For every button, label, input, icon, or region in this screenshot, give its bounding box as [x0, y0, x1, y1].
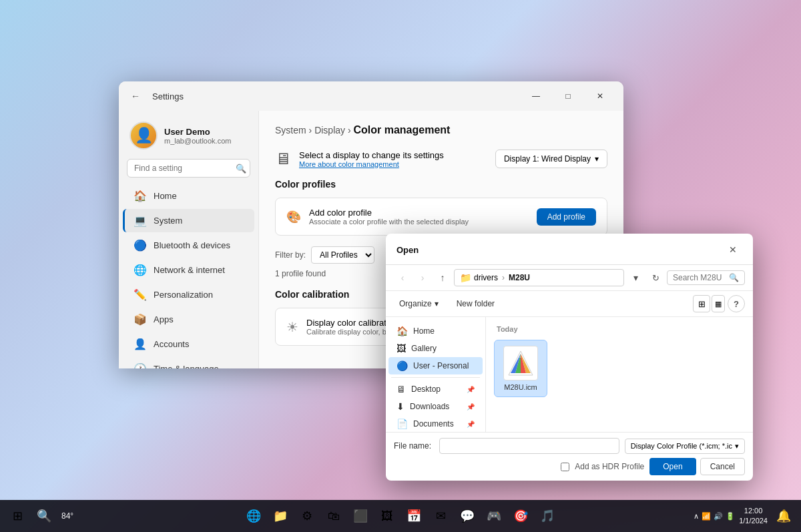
dialog-action-bar: Organize ▾ New folder ⊞ ▦ ?: [386, 291, 753, 317]
more-color-link[interactable]: More about color management: [299, 160, 444, 168]
search-dialog-icon: 🔍: [729, 273, 739, 282]
view-large-icon-button[interactable]: ⊞: [693, 295, 710, 312]
sidebar-item-label: Home: [154, 191, 177, 201]
search-box[interactable]: 🔍: [127, 159, 250, 178]
sidebar-item-personalization[interactable]: ✏️ Personalization: [123, 283, 254, 306]
dialog-action-buttons: Open Cancel: [649, 458, 745, 475]
taskbar-widgets-icon[interactable]: 🎯: [509, 504, 533, 528]
taskbar-terminal-icon[interactable]: ⬛: [348, 504, 372, 528]
minimize-button[interactable]: —: [521, 85, 551, 107]
file-dialog: Open ✕ ‹ › ↑ 📁 drivers › M28U ▾ ↻ 🔍 Orga…: [386, 234, 753, 481]
home-dialog-icon: 🏠: [396, 326, 408, 336]
hdr-row: Add as HDR Profile Open Cancel: [394, 458, 745, 475]
dialog-close-button[interactable]: ✕: [724, 240, 742, 259]
chevron-up-icon: ∧: [694, 512, 699, 521]
dialog-nav-desktop[interactable]: 🖥 Desktop 📌: [388, 380, 483, 398]
maximize-button[interactable]: □: [553, 85, 583, 107]
taskbar-store-icon[interactable]: 🛍: [322, 504, 346, 528]
sidebar-item-bluetooth[interactable]: 🔵 Bluetooth & devices: [123, 234, 254, 257]
user-personal-icon: 🔵: [396, 360, 408, 371]
search-dialog[interactable]: 🔍: [667, 270, 745, 285]
dialog-nav-documents[interactable]: 📄 Documents 📌: [388, 415, 483, 432]
dialog-nav-home[interactable]: 🏠 Home: [388, 322, 483, 340]
back-button[interactable]: ←: [127, 87, 144, 105]
sidebar-item-label: Network & internet: [154, 265, 225, 275]
dialog-sidebar: 🏠 Home 🖼 Gallery 🔵 User - Personal 🖥 Des…: [386, 317, 486, 432]
search-taskbar-button[interactable]: 🔍: [32, 504, 56, 528]
avatar: 👤: [129, 121, 158, 150]
user-email: m_lab@outlook.com: [164, 137, 231, 145]
path-root: drivers: [474, 273, 498, 282]
file-name: M28U.icm: [504, 383, 537, 391]
taskbar-xbox-icon[interactable]: 🎮: [482, 504, 506, 528]
apps-icon: 📦: [134, 313, 147, 326]
system-tray[interactable]: ∧ 📶 🔊 🔋: [694, 512, 735, 521]
folder-icon: 📁: [460, 272, 471, 283]
pin-icon: 📌: [467, 386, 475, 393]
close-button[interactable]: ✕: [585, 85, 615, 107]
taskbar-photos-icon[interactable]: 🖼: [375, 504, 399, 528]
taskbar-edge-icon[interactable]: 🌐: [242, 504, 266, 528]
path-dropdown-button[interactable]: ▾: [627, 269, 644, 286]
view-details-button[interactable]: ▦: [712, 295, 725, 312]
sidebar-item-accounts[interactable]: 👤 Accounts: [123, 332, 254, 356]
taskbar-teams-icon[interactable]: 💬: [455, 504, 479, 528]
pin-icon-downloads: 📌: [467, 403, 475, 411]
taskbar-settings-icon[interactable]: ⚙: [295, 504, 319, 528]
up-nav-button[interactable]: ↑: [434, 269, 451, 286]
hdr-label[interactable]: Add as HDR Profile: [575, 462, 644, 471]
dialog-nav-downloads[interactable]: ⬇ Downloads 📌: [388, 398, 483, 415]
hdr-checkbox[interactable]: [561, 463, 569, 471]
dialog-nav-user-personal[interactable]: 🔵 User - Personal: [388, 357, 483, 374]
user-name: User Demo: [164, 127, 231, 137]
cancel-button[interactable]: Cancel: [700, 458, 745, 475]
sidebar-item-home[interactable]: 🏠 Home: [123, 184, 254, 208]
taskbar: ⊞ 🔍 84° 🌐 📁 ⚙ 🛍 ⬛ 🖼 📅 ✉ 💬 🎮 🎯 🎵 ∧ 📶 🔊 🔋 …: [0, 500, 801, 532]
file-grid: M28U.icm: [491, 337, 748, 400]
taskbar-calendar-icon[interactable]: 📅: [402, 504, 426, 528]
filetype-dropdown[interactable]: Display Color Profile (*.icm; *.ic ▾: [625, 439, 745, 454]
display-dropdown[interactable]: Display 1: Wired Display ▾: [495, 150, 607, 168]
filename-input[interactable]: [439, 438, 619, 454]
sidebar-item-time[interactable]: 🕐 Time & language: [123, 357, 254, 368]
breadcrumb-display: Display: [314, 125, 345, 136]
taskbar-spotify-icon[interactable]: 🎵: [535, 504, 559, 528]
start-button[interactable]: ⊞: [5, 504, 29, 528]
taskbar-explorer-icon[interactable]: 📁: [268, 504, 292, 528]
refresh-button[interactable]: ↻: [647, 269, 664, 286]
search-dialog-input[interactable]: [673, 273, 726, 282]
taskbar-mail-icon[interactable]: ✉: [429, 504, 453, 528]
dialog-nav-downloads-label: Downloads: [410, 402, 449, 411]
weather-widget[interactable]: 84°: [59, 511, 76, 521]
battery-tray-icon: 🔋: [726, 512, 735, 521]
dialog-nav-gallery[interactable]: 🖼 Gallery: [388, 340, 483, 357]
sidebar-item-network[interactable]: 🌐 Network & internet: [123, 258, 254, 282]
dialog-footer: File name: Display Color Profile (*.icm;…: [386, 432, 753, 481]
taskbar-center: 🌐 📁 ⚙ 🛍 ⬛ 🖼 📅 ✉ 💬 🎮 🎯 🎵: [242, 504, 559, 528]
clock[interactable]: 12:00 1/1/2024: [739, 506, 768, 527]
taskbar-right: ∧ 📶 🔊 🔋 12:00 1/1/2024 🔔: [694, 504, 796, 528]
add-profile-card: 🎨 Add color profile Associate a color pr…: [275, 198, 607, 236]
display-info: 🖥 Select a display to change its setting…: [275, 150, 444, 168]
filetype-label: Display Color Profile (*.icm; *.ic: [631, 442, 732, 450]
forward-nav-button[interactable]: ›: [414, 269, 431, 286]
filter-select[interactable]: All Profiles: [311, 246, 374, 264]
add-profile-button[interactable]: Add profile: [537, 208, 596, 226]
notification-button[interactable]: 🔔: [772, 504, 796, 528]
help-button[interactable]: ?: [728, 295, 745, 312]
dialog-nav-gallery-label: Gallery: [411, 344, 437, 353]
volume-tray-icon: 🔊: [714, 512, 723, 521]
sidebar-item-system[interactable]: 💻 System: [123, 209, 254, 232]
search-input[interactable]: [127, 159, 250, 178]
filename-label: File name:: [394, 441, 434, 451]
organize-button[interactable]: Organize ▾: [394, 297, 444, 310]
breadcrumb-sep2: ›: [348, 125, 354, 136]
user-profile[interactable]: 👤 User Demo m_lab@outlook.com: [119, 116, 258, 158]
home-icon: 🏠: [134, 190, 147, 202]
back-nav-button[interactable]: ‹: [394, 269, 411, 286]
sidebar-item-apps[interactable]: 📦 Apps: [123, 308, 254, 331]
file-item-m28u[interactable]: M28U.icm: [494, 340, 547, 397]
new-folder-button[interactable]: New folder: [449, 296, 502, 311]
open-button[interactable]: Open: [649, 458, 696, 475]
sidebar-item-label: System: [154, 216, 182, 226]
